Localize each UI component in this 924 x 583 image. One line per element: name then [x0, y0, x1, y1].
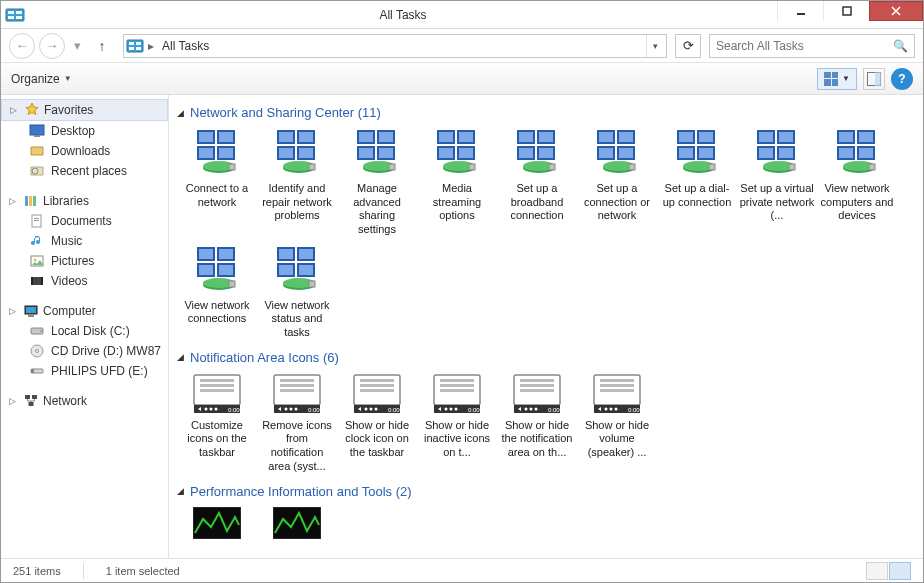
search-input[interactable] [716, 39, 893, 53]
items-grid: Customize icons on the taskbarRemove ico… [177, 371, 913, 480]
search-box[interactable]: 🔍 [709, 34, 915, 58]
task-label: Show or hide clock icon on the taskbar [339, 419, 415, 460]
svg-rect-27 [41, 277, 43, 285]
sidebar-item-cd-drive[interactable]: CD Drive (D:) MW87 [1, 341, 168, 361]
sidebar-group-favorites[interactable]: ▷ Favorites [1, 99, 168, 121]
task-label: Set up a connection or network [579, 182, 655, 223]
task-item[interactable]: Show or hide clock icon on the taskbar [337, 371, 417, 476]
sidebar-item-usb-drive[interactable]: PHILIPS UFD (E:) [1, 361, 168, 381]
sidebar-item-downloads[interactable]: Downloads [1, 141, 168, 161]
group-header[interactable]: ◢Network and Sharing Center (11) [177, 105, 913, 120]
task-item[interactable]: View network status and tasks [257, 243, 337, 342]
task-label: Show or hide inactive icons on t... [419, 419, 495, 460]
task-item[interactable]: Customize icons on the taskbar [177, 371, 257, 476]
content-pane[interactable]: ◢Network and Sharing Center (11)Connect … [169, 95, 923, 558]
task-label: Show or hide the notification area on th… [499, 419, 575, 460]
task-label: Set up a virtual private network (... [739, 182, 815, 223]
group-header[interactable]: ◢Notification Area Icons (6) [177, 350, 913, 365]
history-dropdown[interactable]: ▾ [69, 38, 85, 54]
help-button[interactable]: ? [891, 68, 913, 90]
task-item[interactable] [257, 505, 337, 547]
task-item[interactable] [177, 505, 257, 547]
task-icon [739, 128, 815, 180]
task-label: Identify and repair network problems [259, 182, 335, 223]
task-icon [259, 245, 335, 297]
details-view-button[interactable] [866, 562, 888, 580]
task-item[interactable]: Identify and repair network problems [257, 126, 337, 239]
task-label: Customize icons on the taskbar [179, 419, 255, 460]
statusbar: 251 items 1 item selected [1, 558, 923, 582]
task-icon [259, 128, 335, 180]
task-item[interactable]: Show or hide volume (speaker) ... [577, 371, 657, 476]
group-title: Performance Information and Tools (2) [190, 484, 412, 499]
svg-rect-30 [28, 315, 34, 317]
toolbar: Organize ▼ ? [1, 63, 923, 95]
forward-button[interactable]: → [39, 33, 65, 59]
network-icon [23, 393, 39, 409]
task-item[interactable]: Media streaming options [417, 126, 497, 239]
breadcrumb[interactable]: All Tasks [158, 39, 213, 53]
refresh-button[interactable]: ⟳ [675, 34, 701, 58]
sidebar-item-videos[interactable]: Videos [1, 271, 168, 291]
task-item[interactable]: Remove icons from notification area (sys… [257, 371, 337, 476]
group-header[interactable]: ◢Performance Information and Tools (2) [177, 484, 913, 499]
svg-rect-1 [8, 11, 14, 14]
chevron-icon: ▷ [9, 396, 19, 406]
chevron-down-icon: ◢ [177, 486, 184, 496]
sidebar-item-music[interactable]: Music [1, 231, 168, 251]
sidebar-item-pictures[interactable]: Pictures [1, 251, 168, 271]
computer-icon [23, 303, 39, 319]
icons-view-button[interactable] [889, 562, 911, 580]
control-panel-icon [5, 7, 25, 23]
svg-rect-37 [25, 395, 30, 399]
sidebar-group-network[interactable]: ▷ Network [1, 391, 168, 411]
task-item[interactable]: Show or hide inactive icons on t... [417, 371, 497, 476]
task-item[interactable]: View network connections [177, 243, 257, 342]
task-item[interactable]: Manage advanced sharing settings [337, 126, 417, 239]
svg-rect-22 [34, 220, 39, 221]
svg-rect-2 [16, 11, 22, 14]
back-button[interactable]: ← [9, 33, 35, 59]
address-bar[interactable]: ▸ All Tasks ▾ [123, 34, 667, 58]
chevron-icon: ▷ [10, 105, 20, 115]
task-item[interactable]: Connect to a network [177, 126, 257, 239]
up-button[interactable]: ↑ [93, 37, 111, 55]
task-item[interactable]: Set up a virtual private network (... [737, 126, 817, 239]
maximize-button[interactable] [823, 1, 869, 21]
sidebar-group-libraries[interactable]: ▷ Libraries [1, 191, 168, 211]
svg-rect-13 [875, 72, 881, 85]
sidebar-label: Network [43, 394, 87, 408]
preview-pane-button[interactable] [863, 68, 885, 90]
svg-rect-10 [129, 47, 134, 50]
downloads-icon [29, 143, 45, 159]
svg-rect-15 [34, 135, 40, 137]
task-icon [659, 128, 735, 180]
desktop-icon [29, 123, 45, 139]
close-button[interactable] [869, 1, 923, 21]
videos-icon [29, 273, 45, 289]
sidebar-item-local-disk[interactable]: Local Disk (C:) [1, 321, 168, 341]
task-item[interactable]: Show or hide the notification area on th… [497, 371, 577, 476]
pictures-icon [29, 253, 45, 269]
sidebar-item-desktop[interactable]: Desktop [1, 121, 168, 141]
chevron-down-icon: ◢ [177, 352, 184, 362]
minimize-button[interactable] [777, 1, 823, 21]
task-item[interactable]: Set up a connection or network [577, 126, 657, 239]
svg-rect-17 [25, 196, 28, 206]
sidebar-item-documents[interactable]: Documents [1, 211, 168, 231]
task-item[interactable]: Set up a dial-up connection [657, 126, 737, 239]
address-dropdown[interactable]: ▾ [646, 35, 664, 57]
sidebar-group-computer[interactable]: ▷ Computer [1, 301, 168, 321]
svg-rect-5 [797, 13, 805, 15]
search-icon: 🔍 [893, 39, 908, 53]
task-label: Show or hide volume (speaker) ... [579, 419, 655, 460]
sidebar-item-recent[interactable]: Recent places [1, 161, 168, 181]
svg-rect-11 [136, 47, 141, 50]
svg-rect-39 [29, 402, 34, 406]
task-item[interactable]: Set up a broadband connection [497, 126, 577, 239]
svg-rect-19 [33, 196, 36, 206]
view-mode-button[interactable]: ▼ [817, 68, 857, 90]
organize-menu[interactable]: Organize [11, 72, 72, 86]
task-item[interactable]: View network computers and devices [817, 126, 897, 239]
task-icon [819, 128, 895, 180]
